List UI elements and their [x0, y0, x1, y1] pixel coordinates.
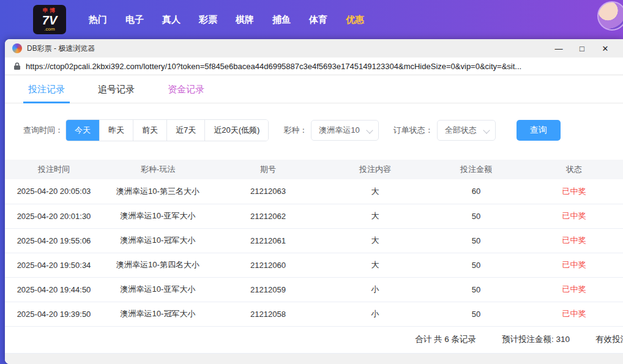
cell-content: 大 — [323, 204, 427, 228]
header-game-play: 彩种-玩法 — [103, 160, 213, 179]
cell-amount: 50 — [427, 228, 525, 253]
lock-icon — [13, 62, 21, 70]
summary-bar: 合计 共 6 条记录 预计投注金额: 310 有效投注金额 — [5, 327, 623, 354]
lottery-filter-label: 彩种： — [283, 125, 307, 136]
table-row: 2025-04-20 19:50:34澳洲幸运10-第四名大小21212060大… — [5, 253, 623, 277]
tab-chase-records[interactable]: 追号记录 — [93, 84, 140, 103]
nav-item-sports[interactable]: 体育 — [300, 14, 337, 26]
table-row: 2025-04-20 19:39:50澳洲幸运10-冠军大小21212058小5… — [5, 302, 623, 326]
lottery-page: 投注记录 追号记录 资金记录 查询时间： 今天 昨天 前天 近7天 近20天(低… — [5, 75, 623, 364]
cell-game: 澳洲幸运10-冠军大小 — [103, 228, 213, 253]
maximize-button[interactable]: □ — [570, 40, 594, 57]
cell-amount: 50 — [427, 204, 525, 228]
table-row: 2025-04-20 20:05:03澳洲幸运10-第三名大小21212063大… — [5, 179, 623, 204]
nav-item-slots[interactable]: 电子 — [116, 14, 153, 26]
cell-issue: 21212060 — [213, 253, 323, 277]
cell-amount: 50 — [427, 302, 525, 326]
cell-time: 2025-04-20 19:55:06 — [5, 228, 103, 253]
minimize-button[interactable]: — — [547, 40, 570, 57]
close-button[interactable]: ✕ — [594, 40, 617, 57]
lottery-select[interactable]: 澳洲幸运10 — [311, 120, 378, 141]
site-header: 申博 7V .com 热门 电子 真人 彩票 棋牌 捕鱼 体育 优惠 — [0, 0, 623, 39]
nav-item-lottery[interactable]: 彩票 — [190, 14, 226, 26]
time-option-20days[interactable]: 近20天(低频) — [205, 120, 268, 141]
cell-status: 已中奖 — [525, 228, 623, 253]
cell-issue: 21212061 — [213, 228, 323, 253]
header-bet-amount: 投注金额 — [427, 160, 525, 179]
cell-time: 2025-04-20 19:50:34 — [5, 253, 103, 277]
bet-table-body: 2025-04-20 20:05:03澳洲幸运10-第三名大小21212063大… — [5, 179, 623, 326]
record-tabs: 投注记录 追号记录 资金记录 — [5, 75, 623, 103]
cell-content: 大 — [323, 228, 427, 253]
address-bar[interactable]: https://ctop02pcali.2kbxi392.com/lottery… — [5, 58, 623, 75]
time-option-7days[interactable]: 近7天 — [167, 120, 205, 141]
bet-records-table: 投注时间 彩种-玩法 期号 投注内容 投注金额 状态 2025-04-20 20… — [5, 160, 623, 327]
cell-amount: 60 — [427, 179, 525, 204]
page-bottom-strip — [5, 354, 623, 364]
tab-fund-records[interactable]: 资金记录 — [163, 84, 209, 103]
table-row: 2025-04-20 19:44:50澳洲幸运10-亚军大小21212059小5… — [5, 277, 623, 302]
cell-content: 小 — [323, 277, 427, 302]
cell-content: 大 — [323, 179, 427, 204]
table-row: 2025-04-20 20:01:30澳洲幸运10-亚军大小21212062大5… — [5, 204, 623, 228]
chevron-down-icon — [483, 127, 490, 133]
time-option-day-before[interactable]: 前天 — [133, 120, 167, 141]
nav-item-cards[interactable]: 棋牌 — [226, 14, 263, 26]
header-bet-content: 投注内容 — [323, 160, 427, 179]
summary-expected-amount: 预计投注金额: 310 — [502, 334, 570, 345]
summary-total: 合计 共 6 条记录 — [415, 334, 476, 345]
nav-item-hot[interactable]: 热门 — [80, 14, 116, 26]
window-title: DB彩票 - 极速浏览器 — [27, 43, 95, 54]
logo-main-text: 7V — [42, 14, 57, 26]
logo-top-text: 申博 — [43, 8, 56, 13]
window-controls: — □ ✕ — [547, 40, 617, 57]
cell-time: 2025-04-20 20:05:03 — [5, 179, 103, 204]
cell-status: 已中奖 — [525, 302, 623, 326]
status-filter-label: 订单状态： — [394, 125, 433, 136]
cell-amount: 50 — [427, 253, 525, 277]
nav-item-live[interactable]: 真人 — [153, 14, 190, 26]
cell-game: 澳洲幸运10-第四名大小 — [103, 253, 213, 277]
site-nav: 热门 电子 真人 彩票 棋牌 捕鱼 体育 优惠 — [80, 14, 373, 26]
time-option-yesterday[interactable]: 昨天 — [100, 120, 133, 141]
header-status: 状态 — [525, 160, 623, 179]
summary-valid-amount: 有效投注金额 — [595, 334, 623, 345]
cell-time: 2025-04-20 19:44:50 — [5, 277, 103, 302]
header-bet-time: 投注时间 — [5, 160, 103, 179]
cell-status: 已中奖 — [525, 204, 623, 228]
cell-time: 2025-04-20 19:39:50 — [5, 302, 103, 326]
site-logo[interactable]: 申博 7V .com — [33, 5, 66, 34]
cell-time: 2025-04-20 20:01:30 — [5, 204, 103, 228]
cell-game: 澳洲幸运10-亚军大小 — [103, 204, 213, 228]
cell-status: 已中奖 — [525, 179, 623, 204]
order-status-value: 全部状态 — [445, 125, 477, 136]
cell-status: 已中奖 — [525, 253, 623, 277]
cell-game: 澳洲幸运10-第三名大小 — [103, 179, 213, 204]
cell-issue: 21212058 — [213, 302, 323, 326]
time-option-today[interactable]: 今天 — [66, 120, 100, 141]
table-row: 2025-04-20 19:55:06澳洲幸运10-冠军大小21212061大5… — [5, 228, 623, 253]
cell-game: 澳洲幸运10-冠军大小 — [103, 302, 213, 326]
user-avatar[interactable] — [597, 1, 623, 31]
chevron-down-icon — [366, 127, 373, 133]
header-issue: 期号 — [213, 160, 323, 179]
lottery-select-value: 澳洲幸运10 — [319, 125, 359, 136]
browser-favicon-icon — [12, 43, 22, 53]
cell-issue: 21212063 — [213, 179, 323, 204]
time-filter-label: 查询时间： — [23, 125, 63, 136]
time-range-group: 今天 昨天 前天 近7天 近20天(低频) — [65, 119, 269, 141]
logo-sub-text: .com — [44, 27, 54, 32]
nav-item-fishing[interactable]: 捕鱼 — [263, 14, 300, 26]
browser-window: DB彩票 - 极速浏览器 — □ ✕ https://ctop02pcali.2… — [5, 39, 623, 364]
cell-game: 澳洲幸运10-亚军大小 — [103, 277, 213, 302]
cell-issue: 21212062 — [213, 204, 323, 228]
url-text[interactable]: https://ctop02pcali.2kbxi392.com/lottery… — [26, 62, 521, 71]
cell-issue: 21212059 — [213, 277, 323, 302]
filter-bar: 查询时间： 今天 昨天 前天 近7天 近20天(低频) 彩种： 澳洲幸运10 订… — [5, 103, 623, 160]
nav-item-promo[interactable]: 优惠 — [337, 14, 373, 26]
tab-bet-records[interactable]: 投注记录 — [23, 84, 70, 103]
search-button[interactable]: 查询 — [517, 120, 561, 141]
cell-status: 已中奖 — [525, 277, 623, 302]
cell-content: 大 — [323, 253, 427, 277]
order-status-select[interactable]: 全部状态 — [437, 120, 496, 141]
